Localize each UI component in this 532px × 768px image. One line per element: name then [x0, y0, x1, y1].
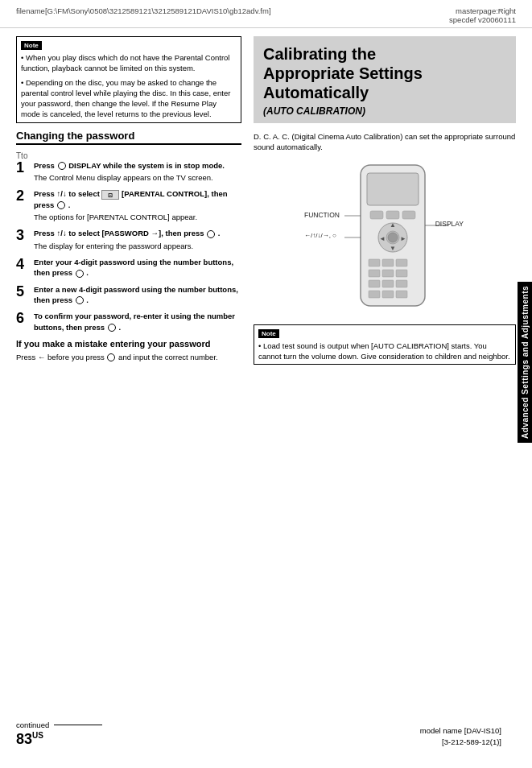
step-6-number: 6: [16, 311, 29, 325]
top-note-box: Note • When you play discs which do not …: [16, 36, 241, 123]
display-label: DISPLAY: [435, 220, 464, 228]
step-2-instruction: Press ↑/↓ to select ⊡ [PARENTAL CONTROL]…: [34, 188, 241, 210]
model-info: model name [DAV-IS10] [3-212-589-12(1)]: [420, 725, 501, 749]
masterpage-line2: specdef v20060111: [449, 15, 516, 24]
right-column: Calibrating theAppropriate SettingsAutom…: [254, 36, 516, 365]
step-4-content: Enter your 4-digit password using the nu…: [34, 257, 241, 279]
page-super: US: [32, 731, 43, 740]
svg-rect-1: [367, 173, 419, 205]
right-note-label: Note: [258, 329, 279, 338]
step-6-instruction: To confirm your password, re-enter it us…: [34, 311, 241, 332]
note-text: • When you play discs which do not have …: [21, 52, 237, 120]
step-2-content: Press ↑/↓ to select ⊡ [PARENTAL CONTROL]…: [34, 188, 241, 222]
note-bullet-1: • When you play discs which do not have …: [21, 52, 237, 74]
svg-rect-2: [370, 211, 383, 219]
page-number: 83US: [16, 731, 102, 748]
step-3-number: 3: [16, 228, 29, 242]
svg-rect-15: [369, 270, 380, 277]
display-circle-icon: [58, 162, 66, 170]
calibrating-box: Calibrating theAppropriate SettingsAutom…: [254, 36, 516, 123]
step-4: 4 Enter your 4-digit password using the …: [16, 257, 241, 279]
step-2-subtext: The options for [PARENTAL CONTROL] appea…: [34, 212, 241, 222]
svg-rect-18: [369, 280, 380, 287]
svg-rect-20: [396, 280, 407, 287]
masterpage-info: masterpage:Right specdef v20060111: [449, 6, 516, 24]
calibrating-description: D. C. A. C. (Digital Cinema Auto Calibra…: [254, 131, 516, 153]
continued-label: continued: [16, 721, 102, 729]
step-1-content: Press DISPLAY while the system is in sto…: [34, 160, 225, 184]
svg-rect-3: [386, 211, 399, 219]
page-footer: continued 83US model name [DAV-IS10] [3-…: [0, 721, 518, 748]
side-label: Advanced Settings and Adjustments: [518, 282, 532, 443]
arrows-label: ←/↑/↓/→, ○: [304, 232, 336, 239]
mistake-section: If you make a mistake entering your pass…: [16, 339, 241, 362]
svg-rect-22: [382, 291, 394, 298]
parental-icon: ⊡: [101, 190, 119, 200]
step-6: 6 To confirm your password, re-enter it …: [16, 311, 241, 332]
filename-label: filename[G:\FM\Sony\0508\3212589121\3212…: [16, 6, 271, 15]
note-label: Note: [21, 41, 42, 50]
step-5-instruction: Enter a new 4-digit password using the n…: [34, 284, 241, 306]
remote-illustration-area: ▲ ▼ ◄ ►: [254, 161, 516, 318]
function-label: FUNCTION: [304, 211, 340, 219]
enter-circle-icon-5: [76, 296, 84, 304]
svg-rect-13: [382, 259, 394, 266]
svg-text:►: ►: [400, 235, 406, 242]
remote-svg: ▲ ▼ ◄ ►: [344, 161, 449, 310]
svg-text:◄: ◄: [379, 235, 386, 242]
calibrating-title: Calibrating theAppropriate SettingsAutom…: [263, 44, 506, 102]
step-3-subtext: The display for entering the password ap…: [34, 241, 220, 251]
masterpage-line1: masterpage:Right: [449, 6, 516, 15]
svg-point-11: [388, 233, 398, 242]
left-column: Note • When you play discs which do not …: [16, 36, 241, 365]
enter-circle-icon: [57, 201, 65, 209]
step-1-instruction: Press DISPLAY while the system is in sto…: [34, 160, 225, 171]
step-5-content: Enter a new 4-digit password using the n…: [34, 284, 241, 306]
svg-rect-12: [369, 259, 380, 266]
note-bullet-2: • Depending on the disc, you may be aske…: [21, 77, 237, 120]
svg-rect-19: [382, 280, 394, 287]
step-5: 5 Enter a new 4-digit password using the…: [16, 284, 241, 306]
svg-rect-14: [396, 259, 407, 266]
step-1-number: 1: [16, 160, 29, 175]
main-content: Note • When you play discs which do not …: [0, 28, 532, 365]
svg-rect-21: [369, 291, 380, 298]
page-header: filename[G:\FM\Sony\0508\3212589121\3212…: [0, 0, 532, 28]
right-note-text: • Load test sound is output when [AUTO C…: [258, 341, 511, 362]
right-note-content: • Load test sound is output when [AUTO C…: [258, 341, 511, 362]
step-5-number: 5: [16, 284, 29, 299]
calibrating-subtitle: (AUTO CALIBRATION): [263, 105, 506, 117]
page-num: 83: [16, 731, 32, 747]
model-line1: model name [DAV-IS10]: [420, 725, 501, 737]
step-2-number: 2: [16, 188, 29, 203]
step-1: 1 Press DISPLAY while the system is in s…: [16, 160, 241, 184]
enter-circle-icon-6: [108, 324, 116, 332]
enter-circle-icon-4: [76, 270, 84, 278]
step-4-instruction: Enter your 4-digit password using the nu…: [34, 257, 241, 279]
svg-rect-23: [396, 291, 407, 298]
svg-rect-4: [402, 211, 415, 219]
model-line2: [3-212-589-12(1)]: [420, 737, 501, 748]
section-heading: Changing the password: [16, 130, 241, 145]
step-3: 3 Press ↑/↓ to select [PASSWORD →], then…: [16, 228, 241, 251]
svg-text:▲: ▲: [390, 221, 396, 229]
step-3-instruction: Press ↑/↓ to select [PASSWORD →], then p…: [34, 228, 220, 238]
right-note-box: Note • Load test sound is output when [A…: [254, 324, 516, 365]
mistake-text: Press ← before you press and input the c…: [16, 352, 241, 362]
step-3-content: Press ↑/↓ to select [PASSWORD →], then p…: [34, 228, 220, 251]
circle-icon-mistake: [107, 353, 115, 361]
svg-text:▼: ▼: [390, 245, 396, 252]
tto-label: Tto: [16, 151, 241, 160]
step-4-number: 4: [16, 257, 29, 271]
svg-rect-16: [382, 270, 394, 277]
step-6-content: To confirm your password, re-enter it us…: [34, 311, 241, 332]
step-2: 2 Press ↑/↓ to select ⊡ [PARENTAL CONTRO…: [16, 188, 241, 222]
remote-wrapper: ▲ ▼ ◄ ►: [304, 161, 465, 318]
enter-circle-icon-3: [207, 230, 215, 238]
step-1-subtext: The Control Menu display appears on the …: [34, 172, 225, 183]
footer-left: continued 83US: [16, 721, 102, 748]
mistake-heading: If you make a mistake entering your pass…: [16, 339, 241, 349]
svg-rect-17: [396, 270, 407, 277]
